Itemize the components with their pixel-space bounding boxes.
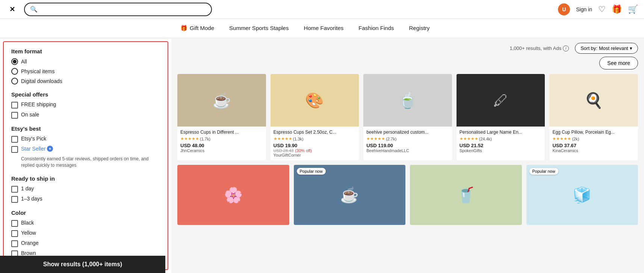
product-title-2: beehive personalized custom... <box>366 130 449 135</box>
see-more-button[interactable]: See more <box>599 57 638 69</box>
checkbox-free-shipping[interactable]: FREE shipping <box>11 101 160 109</box>
product-stars-1: ★★★★★ (1.3k) <box>274 136 356 141</box>
1-3-days-box <box>11 196 18 203</box>
checkbox-black[interactable]: Black <box>11 220 160 227</box>
radio-physical-circle <box>11 68 18 75</box>
product-stars-0: ★★★★★ (1.7k) <box>180 136 263 141</box>
etsys-pick-box <box>11 136 18 143</box>
sort-button[interactable]: Sort by: Most relevant ▾ <box>575 43 638 54</box>
product-price-4: USD 37.67 <box>552 143 635 148</box>
sign-in-link[interactable]: Sign in <box>576 6 592 12</box>
cart-icon[interactable]: 🛒 <box>628 5 638 14</box>
product-card-7[interactable]: 🥤 <box>410 165 522 225</box>
product-title-3: Personalised Large Name En... <box>460 130 542 135</box>
product-image-2: 🍵 <box>363 74 452 127</box>
checkbox-1-day[interactable]: 1 day <box>11 186 160 193</box>
product-card-2[interactable]: 🍵 beehive personalized custom... ★★★★★ (… <box>363 74 452 160</box>
ready-to-ship-section: Ready to ship in 1 day 1–3 days <box>11 175 160 203</box>
product-price-2: USD 119.00 <box>366 143 449 148</box>
product-image-0: ☕ <box>177 74 266 127</box>
color-title: Color <box>11 210 160 216</box>
product-grid-row2: 🌸 Popular now ☕ 🥤 Popular now <box>177 165 638 225</box>
tab-registry[interactable]: Registry <box>402 19 437 38</box>
free-shipping-box <box>11 102 18 109</box>
popular-badge-6: Popular now <box>297 168 326 175</box>
info-icon[interactable]: i <box>563 45 569 51</box>
product-seller-1: YourGiftCorner <box>274 153 356 157</box>
radio-digital[interactable]: Digital downloads <box>11 78 160 84</box>
black-box <box>11 220 18 227</box>
main: Item format All Physical items Digital d… <box>0 38 644 273</box>
header-icons: U Sign in ♡ 🎁 🛒 <box>558 3 638 15</box>
checkbox-star-seller[interactable]: Star Seller <box>11 146 160 153</box>
search-bar[interactable]: 🔍 <box>24 3 212 16</box>
orange-box <box>11 240 18 247</box>
tab-fashion-finds[interactable]: Fashion Finds <box>351 19 401 38</box>
product-grid-row1: ☕ Espresso Cups in Different ... ★★★★★ (… <box>177 74 638 160</box>
radio-all[interactable]: All <box>11 58 160 65</box>
radio-physical[interactable]: Physical items <box>11 68 160 75</box>
checkbox-etsys-pick[interactable]: Etsy's Pick <box>11 136 160 143</box>
item-format-title: Item format <box>11 48 160 54</box>
checkbox-orange[interactable]: Orange <box>11 240 160 247</box>
star-seller-badge <box>47 146 53 152</box>
product-price-1: USD 19.90 <box>274 143 356 148</box>
product-card-1[interactable]: 🎨 Espresso Cups Set 2.50oz, C... ★★★★★ (… <box>271 74 359 160</box>
checkbox-yellow[interactable]: Yellow <box>11 230 160 237</box>
product-image-6: Popular now ☕ <box>294 165 406 225</box>
etsys-best-title: Etsy's best <box>11 125 160 132</box>
original-price-1: USD 28.43 <box>274 148 294 153</box>
product-stars-2: ★★★★★ (2.7k) <box>366 136 449 141</box>
product-seller-4: KinaCeramics <box>552 148 635 153</box>
content-area: 1,000+ results, with Ads i Sort by: Most… <box>171 38 644 273</box>
on-sale-box <box>11 112 18 119</box>
tab-home-favorites[interactable]: Home Favorites <box>296 19 351 38</box>
product-card-6[interactable]: Popular now ☕ <box>294 165 406 225</box>
tab-summer-sports[interactable]: Summer Sports Staples <box>222 19 296 38</box>
1-day-box <box>11 186 18 193</box>
avatar[interactable]: U <box>558 3 570 15</box>
product-seller-3: SpokenGifts <box>460 148 542 153</box>
tab-gift-mode[interactable]: 🎁 Gift Mode <box>173 19 222 38</box>
product-image-5: 🌸 <box>177 165 289 225</box>
product-image-3: 🖊 <box>457 74 545 127</box>
star-seller-description: Consistently earned 5-star reviews, ship… <box>21 156 160 169</box>
search-icon: 🔍 <box>30 6 38 13</box>
sidebar-filter-panel: Item format All Physical items Digital d… <box>3 41 168 270</box>
product-card-3[interactable]: 🖊 Personalised Large Name En... ★★★★★ (2… <box>457 74 545 160</box>
radio-digital-circle <box>11 78 18 84</box>
product-card-8[interactable]: Popular now 🧊 <box>526 165 638 225</box>
special-offers-section: Special offers FREE shipping On sale <box>11 91 160 119</box>
content-top-bar: 1,000+ results, with Ads i Sort by: Most… <box>177 43 638 54</box>
chevron-down-icon: ▾ <box>630 45 632 51</box>
product-stars-4: ★★★★★ (2k) <box>552 136 635 141</box>
wishlist-icon[interactable]: ♡ <box>598 5 606 14</box>
product-image-4: 🍳 <box>549 74 638 127</box>
discount-1: (30% off) <box>295 148 311 153</box>
header: ✕ 🔍 U Sign in ♡ 🎁 🛒 <box>0 0 644 19</box>
etsys-best-section: Etsy's best Etsy's Pick Star Seller Cons… <box>11 125 160 169</box>
item-format-section: Item format All Physical items Digital d… <box>11 48 160 84</box>
star-seller-box <box>11 146 18 153</box>
yellow-box <box>11 230 18 237</box>
product-title-0: Espresso Cups in Different ... <box>180 130 263 135</box>
product-card-4[interactable]: 🍳 Egg Cup Pillow, Porcelain Eg... ★★★★★ … <box>549 74 638 160</box>
results-count: 1,000+ results, with Ads i <box>509 45 569 51</box>
special-offers-title: Special offers <box>11 91 160 98</box>
show-results-button[interactable]: Show results (1,000+ items) <box>0 256 165 273</box>
product-image-1: 🎨 <box>271 74 359 127</box>
popular-badge-8: Popular now <box>529 168 558 175</box>
product-image-7: 🥤 <box>410 165 522 225</box>
close-icon: ✕ <box>9 5 15 14</box>
radio-all-circle <box>11 58 18 65</box>
checkbox-1-3-days[interactable]: 1–3 days <box>11 196 160 203</box>
product-price-3: USD 21.52 <box>460 143 542 148</box>
checkbox-on-sale[interactable]: On sale <box>11 112 160 119</box>
close-button[interactable]: ✕ <box>6 3 18 15</box>
product-card-5[interactable]: 🌸 <box>177 165 289 225</box>
product-card-0[interactable]: ☕ Espresso Cups in Different ... ★★★★★ (… <box>177 74 266 160</box>
product-seller-0: JhnCeramics <box>180 148 263 153</box>
product-title-1: Espresso Cups Set 2.50oz, C... <box>274 130 356 135</box>
nav-tabs: 🎁 Gift Mode Summer Sports Staples Home F… <box>0 19 644 38</box>
gift-icon[interactable]: 🎁 <box>612 5 622 14</box>
